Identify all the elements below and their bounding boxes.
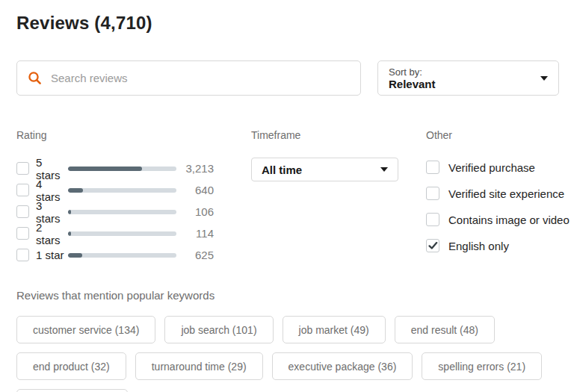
rating-checkbox[interactable] xyxy=(16,162,29,175)
other-filter-row[interactable]: Verified purchase xyxy=(426,158,574,177)
rating-label: 2 stars xyxy=(29,221,68,246)
rating-count: 640 xyxy=(176,184,214,196)
rating-bar-fill xyxy=(68,167,142,171)
keyword-chip[interactable]: job market (49) xyxy=(283,316,386,343)
rating-bar xyxy=(68,231,176,236)
rating-count: 625 xyxy=(176,249,214,261)
rating-filter-row[interactable]: 4 stars 640 xyxy=(16,179,220,201)
reviews-filter-panel: Reviews (4,710) Sort by: Relevant Rating xyxy=(0,0,574,392)
other-filter-row[interactable]: Contains image or video xyxy=(426,210,574,229)
keyword-chips: customer service (134)job search (101)jo… xyxy=(16,316,547,392)
rating-count: 3,213 xyxy=(176,162,214,175)
timeframe-selected-value: All time xyxy=(262,164,302,176)
timeframe-section-label: Timeframe xyxy=(251,129,399,142)
rating-filter-row[interactable]: 1 star 625 xyxy=(16,244,220,266)
keyword-chip[interactable]: end product (32) xyxy=(16,352,126,380)
keyword-chip[interactable]: customer service (134) xyxy=(16,316,155,343)
rating-bar xyxy=(68,188,176,193)
rating-label: 1 star xyxy=(29,249,68,261)
timeframe-filter-column: Timeframe All time xyxy=(251,129,399,181)
sort-label: Sort by: xyxy=(389,66,436,78)
rating-checkbox[interactable] xyxy=(16,184,29,196)
rating-count: 114 xyxy=(176,227,214,240)
rating-bar xyxy=(68,167,176,171)
sort-selected-value: Relevant xyxy=(389,78,436,90)
keyword-chip[interactable]: turnaround time (29) xyxy=(135,352,263,380)
other-filter-row[interactable]: English only xyxy=(426,236,574,255)
timeframe-dropdown[interactable]: All time xyxy=(251,158,398,181)
other-label: Verified purchase xyxy=(439,161,535,174)
rating-bar xyxy=(68,253,176,258)
rating-bar-fill xyxy=(68,210,71,214)
keywords-heading: Reviews that mention popular keywords xyxy=(16,289,559,302)
other-checkbox[interactable] xyxy=(426,187,439,200)
other-label: Verified site experience xyxy=(439,187,564,200)
other-label: Contains image or video xyxy=(439,214,570,226)
rating-filter-row[interactable]: 3 stars 106 xyxy=(16,201,220,223)
chevron-down-icon xyxy=(380,167,388,172)
keyword-chip[interactable]: katie warren (25) xyxy=(16,389,128,392)
page-title: Reviews (4,710) xyxy=(16,13,559,33)
search-sort-row: Sort by: Relevant xyxy=(16,60,559,96)
filters-section: Rating 5 stars 3,213 4 stars 640 xyxy=(16,129,559,266)
rating-bar-fill xyxy=(68,253,82,258)
search-input[interactable] xyxy=(51,72,350,84)
rating-checkbox[interactable] xyxy=(16,205,29,218)
rating-bar xyxy=(68,210,176,214)
keyword-chip[interactable]: job search (101) xyxy=(164,316,273,343)
other-filter-row[interactable]: Verified site experience xyxy=(426,184,574,203)
rating-bar-fill xyxy=(68,231,71,236)
rating-filter-column: Rating 5 stars 3,213 4 stars 640 xyxy=(16,129,220,266)
keyword-chip[interactable]: spelling errors (21) xyxy=(422,352,542,380)
rating-checkbox[interactable] xyxy=(16,227,29,240)
other-label: English only xyxy=(439,240,509,252)
chevron-down-icon xyxy=(540,76,548,81)
other-section-label: Other xyxy=(426,129,574,142)
keyword-chip[interactable]: executive package (36) xyxy=(272,352,413,380)
search-icon xyxy=(28,71,42,85)
other-checkbox[interactable] xyxy=(426,213,439,226)
sort-dropdown[interactable]: Sort by: Relevant xyxy=(377,60,559,96)
rating-count: 106 xyxy=(176,205,214,218)
rating-section-label: Rating xyxy=(16,129,220,142)
rating-checkbox[interactable] xyxy=(16,249,29,261)
checkmark-icon xyxy=(428,241,438,250)
sort-texts: Sort by: Relevant xyxy=(389,66,436,90)
other-checkbox[interactable] xyxy=(426,239,439,252)
other-checkbox[interactable] xyxy=(426,161,439,174)
keyword-chip[interactable]: end result (48) xyxy=(395,316,495,343)
rating-filter-row[interactable]: 5 stars 3,213 xyxy=(16,158,220,179)
rating-bar-fill xyxy=(68,188,83,193)
rating-filter-row[interactable]: 2 stars 114 xyxy=(16,223,220,244)
search-reviews-box[interactable] xyxy=(16,60,361,96)
other-filter-column: Other Verified purchase Verified site ex… xyxy=(426,129,574,262)
